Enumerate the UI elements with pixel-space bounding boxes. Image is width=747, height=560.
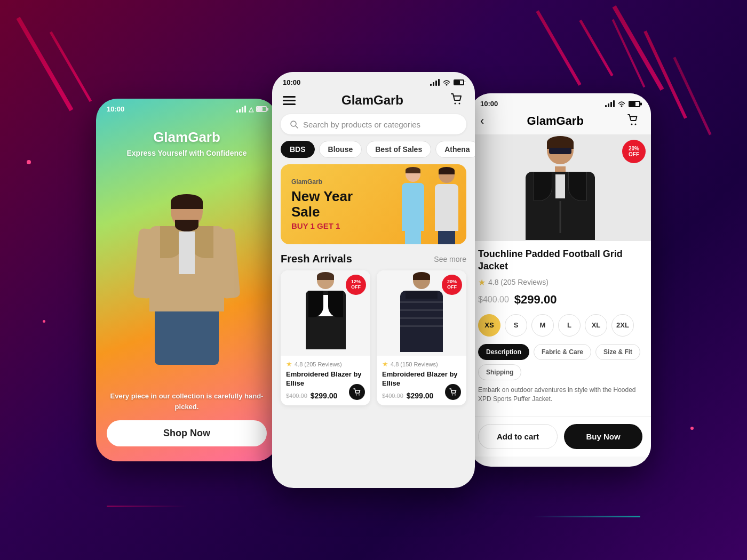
product-2-new-price: $299.00 [407, 391, 434, 400]
search-icon [289, 119, 299, 129]
phone1-tagline: Express Yourself with Confidence [126, 149, 247, 157]
cart-button[interactable] [449, 92, 464, 109]
phone2-status-icons [430, 79, 464, 86]
size-s[interactable]: S [505, 314, 527, 337]
add-to-cart-1[interactable] [349, 384, 365, 400]
size-l[interactable]: L [558, 314, 581, 337]
buy-now-button[interactable]: Buy Now [564, 424, 642, 449]
shop-now-button[interactable]: Shop Now [107, 420, 267, 446]
svg-line-4 [296, 126, 298, 128]
product-detail-rating: ★ 4.8 (205 Reviews) [478, 277, 642, 287]
battery-icon [256, 106, 267, 112]
phone2-status-bar: 10:00 [272, 72, 475, 86]
phone1-status-bar: 10:00 △ [96, 99, 277, 113]
search-placeholder-text: Search by products or categories [303, 120, 420, 129]
product-card-1: 12%OFF ★ 4.8 (205 Reviews) Embroidered B… [281, 270, 370, 405]
signal-bars-icon [236, 106, 246, 113]
phone1-time: 10:00 [107, 105, 124, 113]
phone2-time: 10:00 [283, 78, 300, 86]
splash-model-figure [128, 194, 245, 365]
tab-description[interactable]: Description [478, 344, 529, 360]
cart-icon-3 [626, 113, 640, 127]
bg-line-bottom2 [107, 506, 187, 507]
battery-icon-3 [629, 101, 640, 107]
phone3-header: ‹ GlamGarb [470, 108, 651, 134]
category-tab-bds[interactable]: BDS [281, 141, 315, 158]
product-detail-price: $400.00 $299.00 [478, 293, 642, 307]
svg-point-7 [452, 394, 453, 395]
product-1-new-price: $299.00 [311, 391, 338, 400]
size-xl[interactable]: XL [585, 314, 607, 337]
phone3-status-bar: 10:00 [470, 93, 651, 108]
phone-product-detail: 10:00 ‹ Gl [470, 93, 651, 467]
discount-badge-1: 12%OFF [346, 275, 366, 295]
phone2-header: GlamGarb [272, 86, 475, 114]
fresh-arrivals-title: Fresh Arrivals [281, 253, 352, 265]
product-1-old-price: $400.00 [286, 393, 307, 399]
category-tab-best-of-sales[interactable]: Best of Sales [366, 141, 431, 158]
product-detail-discount-badge: 20% OFF [622, 140, 646, 163]
wifi-icon-3 [617, 101, 626, 107]
svg-point-5 [356, 394, 357, 395]
sale-banner[interactable]: GlamGarb New YearSale BUY 1 GET 1 [281, 164, 466, 244]
search-bar[interactable]: Search by products or categories [281, 114, 466, 134]
signal-bars-icon-2 [430, 79, 440, 86]
category-tab-blouse[interactable]: Blouse [319, 141, 362, 158]
phone3-cart-button[interactable] [626, 113, 640, 129]
product-1-rating: ★ 4.8 (205 Reviews) [286, 360, 365, 368]
hamburger-menu-icon[interactable] [283, 96, 296, 105]
star-icon-1: ★ [286, 360, 292, 368]
svg-point-10 [631, 124, 632, 125]
svg-point-6 [359, 394, 360, 395]
tab-fabric-care[interactable]: Fabric & Care [534, 344, 591, 360]
svg-point-9 [621, 105, 623, 107]
size-2xl[interactable]: 2XL [611, 314, 634, 337]
product-card-2: 20%OFF ★ 4.8 (150 Reviews) Embroidered B… [377, 270, 466, 405]
size-options: XS S M L XL 2XL [478, 314, 642, 337]
banner-title: New YearSale [291, 189, 353, 219]
banner-models [398, 164, 461, 244]
size-m[interactable]: M [531, 314, 554, 337]
detail-tabs-section: Description Fabric & Care Size & Fit Shi… [478, 344, 642, 404]
cart-icon [449, 92, 464, 107]
bg-line-bottom [534, 516, 640, 517]
phone1-bottom-text: Every piece in our collection is careful… [107, 391, 267, 412]
phone1-logo: GlamGarb [153, 129, 220, 146]
phone-main-shop: 10:00 [272, 72, 475, 488]
add-to-cart-2[interactable] [445, 384, 461, 400]
phone3-status-icons [605, 100, 640, 107]
battery-icon-2 [454, 79, 464, 85]
phones-container: 10:00 △ GlamGarb Express Yourself with C… [27, 72, 720, 488]
phone2-logo: GlamGarb [341, 93, 403, 108]
tab-shipping[interactable]: Shipping [478, 364, 521, 380]
see-more-button[interactable]: See more [434, 255, 466, 263]
product-2-rating-text: 4.8 (150 Reviews) [391, 361, 438, 367]
bg-line-4 [579, 20, 613, 76]
banner-subtitle: BUY 1 GET 1 [291, 221, 353, 230]
svg-point-2 [458, 103, 460, 105]
size-section: XS S M L XL 2XL [478, 314, 642, 337]
phone3-logo: GlamGarb [527, 114, 583, 128]
product-detail-title: Touchline Padded Football Grid Jacket [478, 248, 642, 273]
product-1-rating-text: 4.8 (205 Reviews) [295, 361, 342, 367]
products-row: 12%OFF ★ 4.8 (205 Reviews) Embroidered B… [272, 270, 475, 405]
phone1-model-area [107, 168, 267, 391]
add-to-cart-button[interactable]: Add to cart [478, 424, 558, 449]
size-xs[interactable]: XS [478, 314, 500, 337]
product-main-image: 20% OFF [470, 134, 651, 241]
wifi-icon-2 [442, 79, 451, 86]
tab-size-fit[interactable]: Size & Fit [595, 344, 640, 360]
banner-brand: GlamGarb [291, 178, 353, 186]
svg-point-0 [446, 84, 448, 85]
category-tab-athena[interactable]: Athena [435, 141, 475, 158]
description-text: Embark on outdoor adventures in style wi… [478, 386, 642, 404]
signal-bars-icon-3 [605, 100, 615, 107]
phone-splash: 10:00 △ GlamGarb Express Yourself with C… [96, 99, 277, 461]
phone3-time: 10:00 [480, 100, 498, 108]
product-2-image: 20%OFF [377, 270, 466, 356]
fresh-arrivals-header: Fresh Arrivals See more [272, 253, 475, 270]
detail-rating-text: 4.8 (205 Reviews) [488, 278, 549, 286]
back-button[interactable]: ‹ [480, 114, 484, 128]
detail-old-price: $400.00 [478, 295, 509, 305]
product-2-old-price: $400.00 [382, 393, 403, 399]
